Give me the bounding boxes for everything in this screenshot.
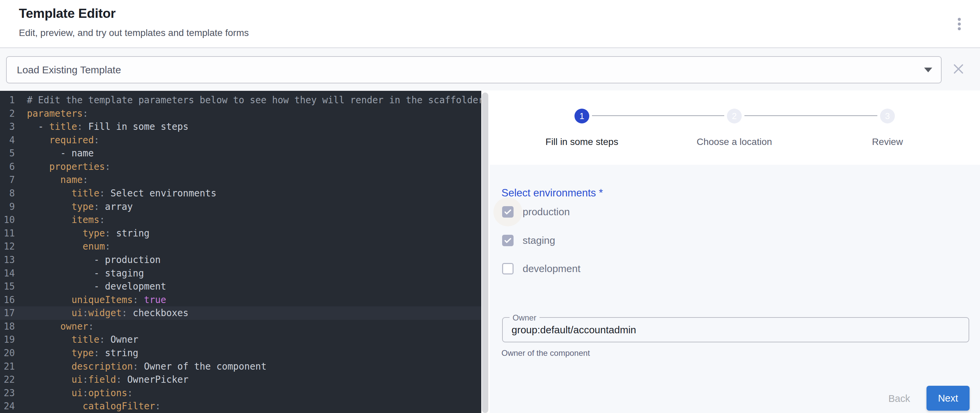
line-number: 20 <box>0 346 15 360</box>
next-button[interactable]: Next <box>926 386 970 411</box>
editor-line[interactable]: 11 type: string <box>0 227 481 240</box>
editor-line[interactable]: 19 title: Owner <box>0 333 481 346</box>
editor-line[interactable]: 23 ui:options: <box>0 386 481 400</box>
step-label-2: Choose a location <box>660 137 808 147</box>
template-editor-page: Template Editor Edit, preview, and try o… <box>0 0 980 413</box>
kebab-menu-icon[interactable] <box>953 16 965 35</box>
line-number: 13 <box>0 253 15 267</box>
code-text: ui:field: OwnerPicker <box>27 373 188 386</box>
checkbox-development[interactable] <box>502 263 514 275</box>
code-text: ui:options: <box>27 386 133 400</box>
code-text: catalogFilter: <box>27 400 161 413</box>
load-template-select-value: Load Existing Template <box>17 57 121 83</box>
line-number: 22 <box>0 373 15 386</box>
line-number: 15 <box>0 280 15 293</box>
code-text: - title: Fill in some steps <box>27 120 188 133</box>
checkbox-label[interactable]: staging <box>523 234 555 247</box>
line-number: 4 <box>0 133 15 147</box>
line-number: 2 <box>0 107 15 121</box>
checkbox-label[interactable]: development <box>523 262 581 275</box>
editor-line[interactable]: 8 title: Select environments <box>0 187 481 200</box>
step-label-3: Review <box>813 137 961 147</box>
line-number: 6 <box>0 160 15 173</box>
editor-line[interactable]: 10 items: <box>0 213 481 227</box>
editor-line[interactable]: 13 - production <box>0 253 481 267</box>
yaml-code-editor[interactable]: 1# Edit the template parameters below to… <box>0 91 481 413</box>
editor-line[interactable]: 22 ui:field: OwnerPicker <box>0 373 481 386</box>
code-text: title: Owner <box>27 333 138 346</box>
code-text: items: <box>27 213 105 227</box>
code-text: type: string <box>27 346 138 360</box>
checkbox-staging[interactable] <box>502 235 514 246</box>
code-text: required: <box>27 133 99 147</box>
code-text: owner: <box>27 320 94 333</box>
line-number: 8 <box>0 187 15 200</box>
code-text: - staging <box>27 267 144 280</box>
editor-lines: 1# Edit the template parameters below to… <box>0 91 481 413</box>
line-number: 3 <box>0 120 15 133</box>
line-number: 11 <box>0 227 15 240</box>
editor-line[interactable]: 18 owner: <box>0 320 481 333</box>
load-template-select[interactable]: Load Existing Template <box>6 56 942 83</box>
line-number: 23 <box>0 386 15 400</box>
editor-line[interactable]: 4 required: <box>0 133 481 147</box>
editor-line[interactable]: 21 description: Owner of the component <box>0 360 481 373</box>
editor-line[interactable]: 24 catalogFilter: <box>0 400 481 413</box>
line-number: 16 <box>0 293 15 307</box>
code-text: - name <box>27 147 94 160</box>
editor-line[interactable]: 17 ui:widget: checkboxes <box>0 307 481 320</box>
step-connector <box>745 115 877 116</box>
code-text: uniqueItems: true <box>27 293 166 307</box>
editor-line[interactable]: 9 type: array <box>0 200 481 214</box>
line-number: 19 <box>0 333 15 346</box>
editor-line[interactable]: 16 uniqueItems: true <box>0 293 481 307</box>
environments-field-label: Select environments * <box>501 187 603 199</box>
editor-line[interactable]: 15 - development <box>0 280 481 293</box>
line-number: 24 <box>0 400 15 413</box>
close-icon[interactable] <box>953 64 964 74</box>
page-subtitle: Edit, preview, and try out templates and… <box>19 28 249 38</box>
back-button[interactable]: Back <box>880 389 919 408</box>
step-connector <box>592 115 724 116</box>
owner-input[interactable]: Owner group:default/accountadmin <box>502 317 969 342</box>
editor-line[interactable]: 20 type: string <box>0 346 481 360</box>
line-number: 17 <box>0 307 15 320</box>
step-circle-1: 1 <box>574 109 589 124</box>
line-number: 10 <box>0 213 15 227</box>
editor-line[interactable]: 12 enum: <box>0 240 481 253</box>
dropdown-caret-icon <box>924 68 932 72</box>
page-title: Template Editor <box>19 6 115 21</box>
code-text: title: Select environments <box>27 187 216 200</box>
editor-line[interactable]: 3 - title: Fill in some steps <box>0 120 481 133</box>
step-circle-3: 3 <box>880 109 895 124</box>
line-number: 1 <box>0 94 15 107</box>
editor-line[interactable]: 6 properties: <box>0 160 481 173</box>
line-number: 9 <box>0 200 15 214</box>
editor-line[interactable]: 5 - name <box>0 147 481 160</box>
code-text: enum: <box>27 240 110 253</box>
line-number: 7 <box>0 173 15 187</box>
code-text: type: string <box>27 227 150 240</box>
line-number: 5 <box>0 147 15 160</box>
line-number: 12 <box>0 240 15 253</box>
toolbar: Load Existing Template <box>0 48 980 91</box>
line-number: 21 <box>0 360 15 373</box>
editor-scrollbar-thumb[interactable] <box>482 92 488 413</box>
checkbox-production[interactable] <box>502 206 514 218</box>
code-text: - production <box>27 253 161 267</box>
editor-line[interactable]: 2parameters: <box>0 107 481 121</box>
code-text: - development <box>27 280 166 293</box>
required-asterisk: * <box>599 187 603 199</box>
checkbox-label[interactable]: production <box>523 205 570 218</box>
code-text: properties: <box>27 160 110 173</box>
owner-input-value: group:default/accountadmin <box>512 318 636 342</box>
editor-line[interactable]: 1# Edit the template parameters below to… <box>0 94 481 107</box>
code-text: # Edit the template parameters below to … <box>27 94 481 107</box>
line-number: 18 <box>0 320 15 333</box>
owner-helper-text: Owner of the component <box>501 348 590 358</box>
editor-line[interactable]: 7 name: <box>0 173 481 187</box>
code-text: ui:widget: checkboxes <box>27 307 188 320</box>
form-preview-panel <box>490 165 980 413</box>
code-text: type: array <box>27 200 133 214</box>
editor-line[interactable]: 14 - staging <box>0 267 481 280</box>
